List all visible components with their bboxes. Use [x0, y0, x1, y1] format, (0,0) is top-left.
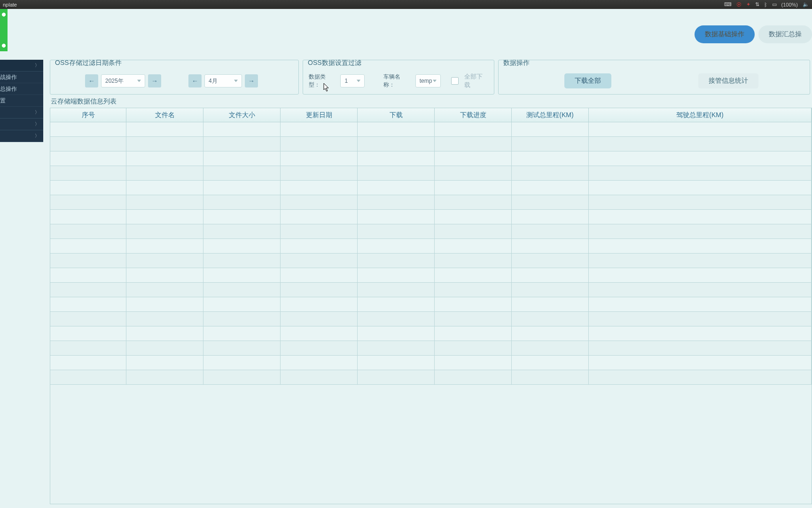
panel-title: OSS存储过滤日期条件	[54, 60, 123, 65]
table-cell	[203, 224, 281, 239]
table-cell	[203, 283, 281, 297]
month-prev-button[interactable]: ←	[188, 74, 202, 87]
table-cell	[589, 341, 812, 356]
table-cell	[281, 254, 358, 268]
table-row	[50, 122, 812, 137]
year-select[interactable]: 2025年	[101, 74, 145, 87]
table-cell	[512, 326, 589, 341]
table-cell	[435, 210, 512, 224]
table-row	[50, 210, 812, 224]
table-cell	[435, 297, 512, 312]
table-cell	[512, 312, 589, 326]
year-next-button[interactable]: →	[148, 74, 161, 87]
table-cell	[435, 239, 512, 254]
table-row	[50, 312, 812, 326]
table-cell	[281, 341, 358, 356]
table-cell	[203, 254, 281, 268]
table-cell	[512, 239, 589, 254]
table-cell	[435, 268, 512, 283]
table-cell	[50, 210, 126, 224]
system-tray: ⌨ ⦿ ✦ ⇅ ᛒ ▭ (100%) 🔈	[724, 1, 809, 8]
system-top-bar: nplate ⌨ ⦿ ✦ ⇅ ᛒ ▭ (100%) 🔈	[0, 0, 812, 9]
table-cell	[281, 166, 358, 181]
main-content: OSS存储过滤日期条件 ← 2025年 →	[43, 60, 812, 508]
sidebar-item-label: 战操作	[0, 73, 17, 81]
table-cell	[50, 312, 126, 326]
table-cell	[358, 122, 435, 137]
table-cell	[281, 283, 358, 297]
table-cell	[358, 356, 435, 370]
table-cell	[589, 268, 812, 283]
network-icon: ⇅	[755, 1, 759, 8]
chevron-right-icon: 〉	[35, 121, 39, 127]
table-cell	[358, 181, 435, 195]
table-cell	[512, 195, 589, 210]
table-cell	[126, 268, 203, 283]
table-cell	[50, 166, 126, 181]
table-row	[50, 181, 812, 195]
table-cell	[358, 297, 435, 312]
table-cell	[358, 166, 435, 181]
table-row	[50, 151, 812, 166]
table-cell	[358, 210, 435, 224]
table-cell	[281, 224, 358, 239]
data-type-value: 1	[344, 78, 348, 84]
data-type-select[interactable]: 1	[340, 74, 365, 87]
sidebar-group-collapsed-1[interactable]: 〉	[0, 107, 43, 119]
sidebar-item-1[interactable]: 战操作	[0, 71, 43, 83]
table-cell	[281, 137, 358, 151]
table-cell	[589, 181, 812, 195]
table-row	[50, 370, 812, 385]
sidebar-item-3[interactable]: 置	[0, 95, 43, 107]
sidebar-group-expanded[interactable]: 〉	[0, 60, 43, 71]
table-cell	[281, 312, 358, 326]
table-cell	[126, 137, 203, 151]
arrow-right-icon: →	[248, 77, 255, 85]
table-cell	[435, 283, 512, 297]
sidebar-group-collapsed-3[interactable]: 〉	[0, 130, 43, 142]
table-cell	[435, 326, 512, 341]
panel-data-filter: OSS数据设置过滤 数据类型： 1 车辆名称： temp 全部下载	[303, 60, 494, 95]
panel-data-ops: 数据操作 下载全部 接管信息统计	[498, 60, 810, 95]
vehicle-label: 车辆名称：	[383, 73, 411, 89]
window-title: nplate	[3, 2, 724, 8]
download-all-label: 全部下载	[464, 72, 489, 89]
download-all-checkbox[interactable]	[451, 77, 459, 85]
table-cell	[589, 210, 812, 224]
panel-title: 数据操作	[502, 60, 531, 65]
table-cell	[589, 122, 812, 137]
year-prev-button[interactable]: ←	[85, 74, 98, 87]
download-all-button[interactable]: 下载全部	[564, 73, 611, 88]
vehicle-select[interactable]: temp	[415, 74, 441, 87]
table-cell	[358, 283, 435, 297]
table-cell	[281, 181, 358, 195]
arrow-left-icon: ←	[88, 77, 95, 85]
sidebar-item-2[interactable]: 总操作	[0, 83, 43, 95]
tab-basic-ops[interactable]: 数据基础操作	[695, 25, 755, 43]
bluetooth-icon: ᛒ	[764, 2, 767, 8]
vehicle-value: temp	[420, 78, 432, 84]
chevron-right-icon: 〉	[35, 109, 39, 116]
panel-title: OSS数据设置过滤	[307, 60, 362, 65]
month-next-button[interactable]: →	[245, 74, 258, 87]
table-cell	[50, 195, 126, 210]
th-drive-mileage: 驾驶总里程(KM)	[589, 108, 812, 122]
table-cell	[358, 370, 435, 385]
table-cell	[281, 356, 358, 370]
sidebar-group-collapsed-2[interactable]: 〉	[0, 119, 43, 130]
table-cell	[358, 254, 435, 268]
table-cell	[126, 254, 203, 268]
month-select[interactable]: 4月	[204, 74, 242, 87]
table-cell	[589, 151, 812, 166]
table-cell	[203, 181, 281, 195]
table-cell	[50, 297, 126, 312]
takeover-stats-button[interactable]: 接管信息统计	[698, 73, 758, 88]
table-cell	[281, 239, 358, 254]
tab-summary-ops[interactable]: 数据汇总操	[758, 25, 812, 43]
th-seq: 序号	[50, 108, 126, 122]
th-filename: 文件名	[126, 108, 203, 122]
table-cell	[512, 137, 589, 151]
table-cell	[126, 151, 203, 166]
table-cell	[281, 370, 358, 385]
table-cell	[50, 151, 126, 166]
